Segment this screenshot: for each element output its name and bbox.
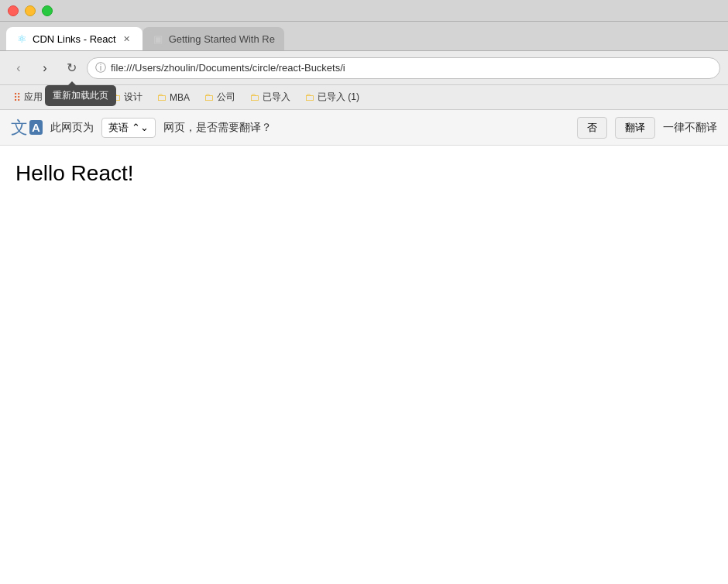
reload-button[interactable]: ↻ — [60, 57, 82, 79]
forward-icon: › — [43, 61, 46, 75]
page-icon: ▣ — [152, 33, 164, 45]
translate-question: 网页，是否需要翻译？ — [163, 121, 569, 135]
bookmark-folder-1[interactable]: 🗀 — [51, 89, 75, 105]
translate-icon-box: 文 A — [11, 116, 43, 139]
bookmark-imported-1-label: 已导入 (1) — [318, 91, 359, 104]
toolbar: ‹ › ↻ 重新加载此页 ⓘ file:///Users/zhoulin/Doc… — [0, 51, 728, 85]
bookmark-mba-label: MBA — [170, 92, 190, 103]
address-text: file:///Users/zhoulin/Documents/circle/r… — [111, 62, 345, 74]
bookmark-apps-label: 应用 — [24, 91, 43, 104]
bookmark-imported-label: 已导入 — [263, 91, 290, 104]
tab-label-2: Getting Started With Re — [169, 33, 275, 45]
tab-bar: ⚛ CDN Links - React ✕ ▣ Getting Started … — [0, 22, 728, 51]
bookmark-design[interactable]: 🗀 设计 — [105, 88, 148, 106]
translation-bar: 文 A 此网页为 英语 ⌃⌄ 网页，是否需要翻译？ 否 翻译 一律不翻译 — [0, 110, 728, 146]
reload-icon: ↻ — [67, 60, 77, 75]
folder-icon-imported-1: 🗀 — [304, 91, 314, 103]
never-translate-button[interactable]: 一律不翻译 — [663, 121, 717, 135]
translate-button[interactable]: 翻译 — [615, 117, 655, 139]
language-selector[interactable]: 英语 ⌃⌄ — [101, 118, 156, 138]
title-bar — [0, 0, 728, 22]
address-bar[interactable]: ⓘ file:///Users/zhoulin/Documents/circle… — [87, 57, 720, 79]
folder-icon-imported: 🗀 — [249, 91, 259, 103]
tab-cdn-links[interactable]: ⚛ CDN Links - React ✕ — [6, 27, 143, 50]
folder-icon-1: 🗀 — [57, 91, 67, 103]
bookmark-folder-2[interactable]: 🗀 — [78, 89, 102, 105]
no-translate-button[interactable]: 否 — [577, 117, 607, 139]
tab-getting-started[interactable]: ▣ Getting Started With Re — [143, 27, 284, 50]
tab-close-icon[interactable]: ✕ — [121, 33, 133, 45]
bookmark-company[interactable]: 🗀 公司 — [198, 88, 241, 106]
bookmark-apps[interactable]: ⠿ 应用 — [8, 88, 48, 106]
back-button[interactable]: ‹ — [8, 57, 29, 79]
traffic-lights — [8, 5, 53, 16]
translate-label: 此网页为 — [50, 121, 94, 135]
folder-icon-mba: 🗀 — [156, 91, 167, 103]
fullscreen-button[interactable] — [42, 5, 53, 16]
back-icon: ‹ — [16, 61, 20, 75]
folder-icon-company: 🗀 — [204, 91, 214, 103]
tab-label: CDN Links - React — [33, 33, 116, 45]
bookmark-imported-1[interactable]: 🗀 已导入 (1) — [299, 88, 365, 106]
apps-grid-icon: ⠿ — [13, 91, 21, 104]
minimize-button[interactable] — [25, 5, 36, 16]
forward-button[interactable]: › — [34, 57, 56, 79]
bookmark-imported[interactable]: 🗀 已导入 — [244, 88, 296, 106]
bookmark-mba[interactable]: 🗀 MBA — [151, 89, 195, 105]
bookmark-company-label: 公司 — [217, 91, 235, 104]
react-icon: ⚛ — [15, 33, 28, 45]
translate-icon: 文 — [11, 116, 28, 139]
close-button[interactable] — [8, 5, 19, 16]
folder-icon-design: 🗀 — [111, 91, 121, 103]
translate-a-icon: A — [29, 120, 43, 135]
page-heading: Hello React! — [15, 161, 713, 186]
language-text: 英语 — [108, 121, 129, 135]
page-content: Hello React! — [0, 146, 728, 584]
chevron-icon: ⌃⌄ — [132, 122, 149, 133]
bookmarks-bar: ⠿ 应用 🗀 🗀 🗀 设计 🗀 MBA 🗀 公司 🗀 已导入 🗀 已导入 (1) — [0, 85, 728, 110]
folder-icon-2: 🗀 — [84, 91, 94, 103]
bookmark-design-label: 设计 — [124, 91, 143, 104]
info-icon: ⓘ — [95, 61, 106, 75]
